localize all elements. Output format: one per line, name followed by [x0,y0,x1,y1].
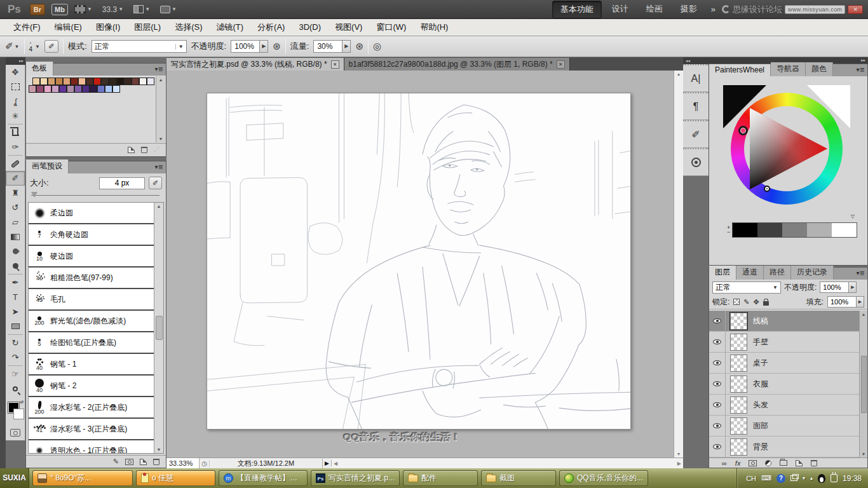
color-swatch[interactable] [48,78,55,85]
tablet-pressure-icon[interactable]: ◎ [373,41,381,52]
canvas-horizontal-scrollbar[interactable]: ◀▶ [332,458,683,468]
color-swatch[interactable] [82,85,90,93]
taskbar-item[interactable]: 配件 [403,470,478,486]
brush-preset-item[interactable]: 7尖角硬边圆 [29,224,163,246]
layer-thumbnail[interactable] [730,376,747,393]
chevron-down-icon[interactable]: ▽ [851,214,855,219]
tab-layers-group[interactable]: 历史记录 [791,266,834,280]
layer-visibility-toggle[interactable] [709,395,726,415]
brush-preset-picker[interactable]: ·4 ▼ [29,41,40,52]
brush-panel-button[interactable]: ✐ [683,120,709,148]
layer-fill-field[interactable]: 100% ▶ [827,296,864,308]
layer-row[interactable]: 衣服 [709,374,867,395]
layer-row[interactable]: 头发 [709,395,867,416]
launch-mini-bridge-button[interactable]: Mb [51,4,68,15]
language-indicator[interactable]: CH [746,475,756,482]
lock-pixels-icon[interactable]: ✎ [743,298,749,306]
layer-opacity-field[interactable]: 100% ▶ [820,281,857,293]
taskbar-item[interactable]: o 佳慧 [136,470,215,486]
workspace-button[interactable]: 绘画 [639,1,670,18]
color-swatch[interactable] [71,78,78,85]
character-panel-button[interactable]: A| [683,64,709,92]
brush-tool[interactable]: ✐ [6,171,25,186]
rotate-3d-tool[interactable]: ↻ [6,336,25,350]
tab-导航器[interactable]: 导航器 [771,62,806,76]
opacity-slider-button[interactable]: ▶ [260,40,268,53]
color-swatch[interactable] [59,85,67,93]
color-swatch[interactable] [36,85,44,93]
brush-stroke-preview-icon[interactable]: ✎ [113,458,119,466]
menu-item[interactable]: 图层(L) [127,19,168,36]
color-swatch[interactable] [63,78,71,85]
quick-mask-button[interactable] [6,425,25,440]
menu-item[interactable]: 帮助(H) [413,19,455,36]
pen-tool[interactable]: ✒ [6,275,25,290]
color-swatch[interactable] [97,85,105,93]
color-swatch[interactable] [139,78,147,85]
brush-preset-item[interactable]: 10硬边圆 [29,246,163,268]
layer-visibility-toggle[interactable] [709,437,726,457]
brush-size-slider[interactable] [31,191,159,199]
color-swatch[interactable] [112,85,120,93]
show-icons-up-icon[interactable]: ▴ [810,475,813,481]
flow-field[interactable]: 30% ▶ [313,40,351,53]
color-swatch[interactable] [74,85,82,93]
magic-wand-tool[interactable]: ✳ [6,109,25,123]
layer-row[interactable]: 面部 [709,416,867,437]
layer-visibility-toggle[interactable] [709,416,726,436]
opacity-field[interactable]: 100% ▶ [231,40,268,53]
type-tool[interactable]: T [6,290,25,304]
new-brush-icon[interactable] [140,459,147,465]
orbit-3d-tool[interactable]: ↷ [6,350,25,365]
layer-visibility-toggle[interactable] [709,374,726,394]
expand-dock-button[interactable]: ◂◂ [683,57,709,64]
color-swatch[interactable] [93,78,101,85]
layer-row[interactable]: 手壁 [709,332,867,353]
crop-tool[interactable] [6,125,25,140]
zoom-percentage-field[interactable]: 33.33% [166,458,200,468]
taskbar-item[interactable]: Ps写实言情之初夏.p... [311,470,400,486]
menu-item[interactable]: 分析(A) [250,19,292,36]
color-swatch[interactable] [124,78,132,85]
color-swatch[interactable] [101,78,109,85]
brush-preset-item[interactable]: 40钢笔 - 2 [29,376,163,397]
delete-brush-icon[interactable] [153,459,159,465]
blur-tool[interactable] [6,244,25,259]
layer-group-icon[interactable] [780,460,787,466]
gradient-tool[interactable] [6,229,25,244]
eyedropper-tool[interactable]: ✑ [6,140,25,154]
history-brush-tool[interactable]: ↺ [6,200,25,215]
layer-thumbnail[interactable] [730,313,747,330]
delete-layer-icon[interactable] [811,460,817,466]
color-swatch[interactable] [86,78,93,85]
gray-step-buttons[interactable]: +− [727,226,730,234]
workspace-button[interactable]: 基本功能 [552,1,602,18]
layer-thumbnail[interactable] [730,417,747,435]
layer-mask-icon[interactable] [749,460,757,466]
color-swatch[interactable] [116,78,124,85]
gray-step-swatch[interactable] [733,223,757,237]
menu-item[interactable]: 窗口(W) [369,19,413,36]
layer-row[interactable]: 线稿 [709,311,867,332]
close-tab-icon[interactable]: ✕ [557,60,565,69]
new-layer-icon[interactable] [796,460,803,466]
tab-layers-group[interactable]: 图层 [709,266,736,280]
plug-icon[interactable] [831,474,837,482]
color-swatch[interactable] [109,78,116,85]
tab-layers-group[interactable]: 通道 [736,266,764,280]
resize-grip[interactable]: ⋰ [154,147,159,152]
help-icon[interactable]: ? [776,474,785,483]
hide-icons-down-icon[interactable]: ▾ [803,475,805,481]
blend-mode-select[interactable]: 正常 ▼ [92,40,187,53]
launch-bridge-button[interactable]: Br [30,4,45,15]
move-tool[interactable]: ✥ [6,65,25,79]
flow-slider-button[interactable]: ▶ [342,40,351,53]
tool-preset-picker[interactable]: ✐▼ [5,41,20,52]
brush-preset-item[interactable]: 45毛孔 [29,289,163,311]
tab-颜色[interactable]: 颜色 [806,62,833,76]
layer-blend-mode-select[interactable]: 正常 ▼ [712,281,781,294]
collapse-tools-button[interactable]: ▸▸ [6,57,25,65]
swap-colors-icon[interactable]: ⇄ [20,400,24,405]
view-extras-button[interactable]: ▼ [74,5,92,13]
color-swatch[interactable] [55,78,63,85]
